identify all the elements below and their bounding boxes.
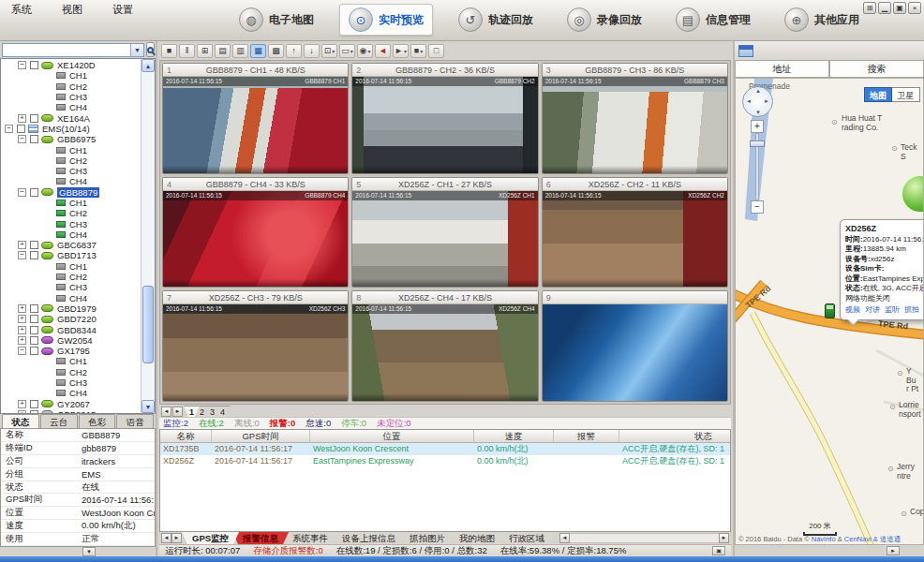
tree-item[interactable]: XE1420D [1,60,141,70]
map-pan-control[interactable]: ▲ ▼ ◄ ► [742,86,773,117]
expand-toggle-icon[interactable] [18,336,26,345]
tree-item[interactable]: CH3 [1,377,141,388]
menu-item[interactable]: 视图 [58,2,86,18]
vehicle-marker[interactable] [825,303,835,318]
tree-item[interactable]: CH1 [1,198,141,208]
zoom-in-button[interactable]: + [751,120,764,133]
pager-next-icon[interactable]: ► [172,407,183,417]
search-tab-button[interactable]: 搜索 [829,60,924,78]
toolbar-button[interactable]: ⊕ 其他应用 [776,5,868,35]
tree-item[interactable]: CH4 [1,229,141,240]
pan-up-icon[interactable]: ▲ [755,88,761,94]
tree-item[interactable]: GW2054 [1,335,141,346]
expand-toggle-icon[interactable] [18,315,26,323]
pan-right-icon[interactable]: ► [764,98,769,104]
expand-toggle-icon[interactable] [18,135,26,143]
tree-item[interactable]: XE164A [1,112,141,123]
device-info-tab[interactable]: 语音 [116,414,154,428]
toolbar-button[interactable]: ◍ 电子地图 [231,5,322,35]
tree-checkbox[interactable] [30,135,38,143]
video-feed[interactable]: 2016-07-14 11:56:15 XD256Z CH2 [543,191,727,288]
tree-checkbox[interactable] [30,114,38,123]
popup-action-link[interactable]: 视频 [845,305,860,316]
tree-item[interactable]: GBC6837 [1,240,141,250]
video-cell[interactable]: 2 GBB8879 - CH2 - 36 KB/S 2016-07-14 11:… [351,63,538,174]
video-toolbar-button[interactable]: ▭ [339,44,355,58]
tree-checkbox[interactable] [30,326,38,334]
bottom-tab[interactable]: 行政区域 [499,532,555,544]
horizontal-scrollbar[interactable]: ◄ ► [559,533,729,543]
tree-item[interactable]: GBD1713 [1,250,141,260]
tabs-scroll-left-icon[interactable]: ◄ [161,533,171,543]
tree-item[interactable]: CH3 [1,282,141,292]
expand-toggle-icon[interactable] [5,125,13,133]
video-cell[interactable]: 1 GBB8879 - CH1 - 48 KB/S 2016-07-14 11:… [162,63,349,174]
video-toolbar-button[interactable]: ↑ [286,44,302,58]
bottom-tab[interactable]: GPS监控 [182,532,239,544]
tree-checkbox[interactable] [30,188,38,197]
tree-scrollbar[interactable]: ▲ ▼ [141,59,155,413]
expand-toggle-icon[interactable] [18,400,26,408]
tree-item[interactable]: GBD8344 [1,324,141,334]
map-type-map-button[interactable]: 地图 [864,87,892,102]
video-cell[interactable]: 7 XD256Z - CH3 - 79 KB/S 2016-07-14 11:5… [162,290,349,402]
zoom-slider-handle[interactable] [750,140,765,147]
bottom-tab[interactable]: 设备上报信息 [332,532,406,544]
tree-item[interactable]: CH3 [1,92,141,102]
video-toolbar-button[interactable]: □ [428,44,444,58]
expand-toggle-icon[interactable] [18,304,26,313]
tree-item[interactable]: CH1 [1,356,141,366]
video-cell[interactable]: 4 GBB8879 - CH4 - 33 KB/S 2016-07-14 11:… [162,177,349,288]
tree-item[interactable]: CH1 [1,70,141,81]
tree-item[interactable]: CH3 [1,166,141,176]
expand-toggle-icon[interactable] [18,347,26,355]
tree-checkbox[interactable] [30,241,38,249]
video-cell[interactable]: 5 XD256Z - CH1 - 27 KB/S 2016-07-14 11:5… [351,177,538,288]
bottom-tab[interactable]: 抓拍图片 [399,532,455,544]
map-canvas[interactable]: Promenade ⊙ Hua Huat T rading Co. ⊙ Teck… [735,78,924,545]
tree-item[interactable]: GY2067 [1,399,141,409]
tree-checkbox[interactable] [17,125,25,133]
menu-item[interactable]: 系统 [7,2,36,18]
video-toolbar-button[interactable]: ▦ [250,44,266,58]
video-toolbar-button[interactable]: ⊡ [321,44,337,58]
column-header[interactable]: 报警 [554,430,619,442]
scroll-down-icon[interactable]: ▼ [142,400,155,413]
chevron-down-icon[interactable]: ▼ [130,44,143,56]
tree-item[interactable]: GBD1979 [1,303,141,314]
window-control-button[interactable]: ▁ [878,2,891,14]
video-cell[interactable]: 3 GBB8879 - CH3 - 86 KB/S 2016-07-14 11:… [542,63,728,174]
hscroll-track[interactable] [570,533,719,543]
search-button[interactable] [146,42,155,57]
tree-item[interactable]: GX1795 [1,346,141,356]
tree-item[interactable]: EMS(10/14) [1,124,141,134]
column-header[interactable]: GPS时间 [212,430,310,442]
video-cell[interactable]: 8 XD256Z - CH4 - 17 KB/S 2016-07-14 11:5… [351,290,538,402]
popup-action-link[interactable]: 对讲 [865,305,880,316]
tree-item[interactable]: CH1 [1,261,141,272]
toolbar-button[interactable]: ◎ 录像回放 [559,5,650,35]
column-header[interactable]: 状态 [619,430,731,442]
tree-item[interactable]: CH4 [1,293,141,303]
tree-item[interactable]: CH2 [1,155,141,166]
bottom-tab[interactable]: 报警信息 [232,532,289,544]
video-feed[interactable] [543,304,727,401]
address-button[interactable]: 地址 [735,60,829,78]
video-toolbar-button[interactable]: ⊞ [197,44,213,58]
video-feed[interactable]: 2016-07-14 11:56:15 GBB8879 CH3 [543,77,727,173]
table-row[interactable]: XD1735B 2016-07-14 11:56:17 WestJoon Koo… [160,443,730,455]
tree-item[interactable]: CH4 [1,176,141,186]
tree-item[interactable]: CH2 [1,272,141,282]
video-toolbar-button[interactable]: ▤ [215,44,231,58]
expand-toggle-icon[interactable] [18,61,26,69]
video-feed[interactable]: 2016-07-14 11:56:15 XD256Z CH3 [163,304,348,401]
bottom-tab[interactable]: 系统事件 [282,532,338,544]
pager-prev-icon[interactable]: ◄ [161,407,171,417]
tree-checkbox[interactable] [30,61,38,69]
tree-item[interactable]: CH3 [1,218,141,229]
video-feed[interactable]: 2016-07-14 11:56:15 GBB8879 CH1 [163,77,348,173]
page-tab[interactable]: 4 [215,406,231,417]
column-header[interactable]: 速度 [474,430,554,442]
menu-item[interactable]: 设置 [109,2,137,18]
expand-toggle-icon[interactable] [18,410,26,414]
